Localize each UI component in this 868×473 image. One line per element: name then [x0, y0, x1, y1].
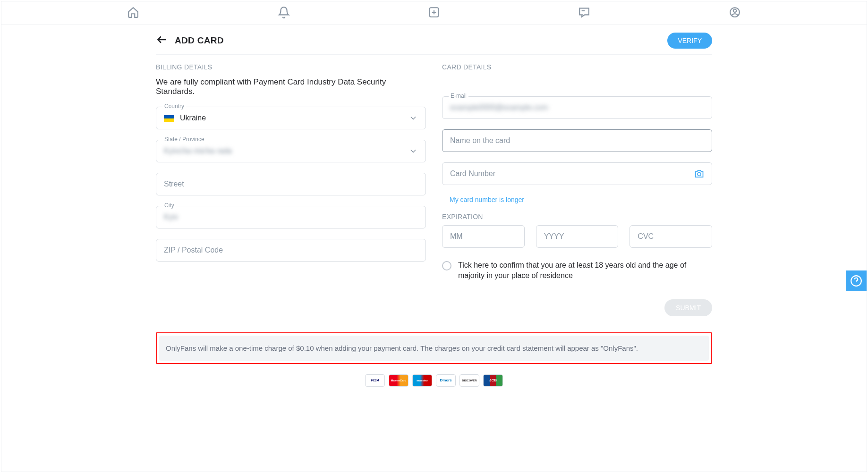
cvc-field[interactable] — [630, 225, 712, 248]
submit-button[interactable]: SUBMIT — [664, 299, 712, 316]
help-button[interactable] — [846, 270, 867, 291]
maestro-logo: maestro — [412, 374, 432, 387]
card-heading: CARD DETAILS — [442, 63, 712, 71]
card-name-field[interactable] — [442, 129, 712, 152]
yyyy-field[interactable] — [536, 225, 619, 248]
flag-ukraine-icon — [164, 115, 174, 122]
notice-highlight: OnlyFans will make a one-time charge of … — [156, 332, 712, 364]
city-field[interactable]: City Kyiv — [156, 206, 426, 228]
plus-icon[interactable] — [428, 6, 440, 20]
home-icon[interactable] — [127, 6, 139, 20]
billing-heading: BILLING DETAILS — [156, 63, 426, 71]
profile-icon[interactable] — [729, 6, 741, 20]
zip-field[interactable] — [156, 239, 426, 262]
country-value: Ukraine — [180, 114, 206, 122]
age-confirm-text: Tick here to confirm that you are at lea… — [458, 260, 712, 281]
mastercard-logo: MasterCard — [389, 374, 408, 387]
chevron-down-icon — [408, 146, 418, 156]
street-input[interactable] — [164, 180, 418, 188]
country-label: Country — [162, 103, 186, 110]
state-value: Kyivs'ka mis'ka rada — [164, 147, 232, 155]
street-field[interactable] — [156, 173, 426, 195]
svg-point-7 — [698, 172, 701, 176]
email-field[interactable]: E-mail example0000@example.com — [442, 96, 712, 119]
compliance-text: We are fully compliant with Payment Card… — [156, 77, 426, 96]
verify-button[interactable]: VERIFY — [667, 33, 712, 49]
state-field[interactable]: State / Province Kyivs'ka mis'ka rada — [156, 140, 426, 162]
cvc-input[interactable] — [638, 232, 704, 241]
age-confirm-checkbox[interactable] — [442, 261, 451, 270]
message-icon[interactable] — [578, 6, 590, 20]
mm-field[interactable] — [442, 225, 525, 248]
page-title: ADD CARD — [175, 35, 224, 46]
mm-input[interactable] — [450, 232, 517, 241]
card-number-input[interactable] — [450, 169, 694, 178]
chevron-down-icon — [408, 113, 418, 123]
email-label: E-mail — [449, 93, 468, 99]
top-navigation — [1, 1, 867, 25]
expiration-label: EXPIRATION — [442, 213, 712, 220]
longer-card-link[interactable]: My card number is longer — [442, 196, 524, 203]
country-field[interactable]: Country Ukraine — [156, 107, 426, 129]
state-label: State / Province — [162, 136, 206, 143]
zip-input[interactable] — [164, 246, 418, 254]
city-value: Kyiv — [164, 213, 178, 221]
camera-icon[interactable] — [694, 169, 704, 179]
back-arrow-icon[interactable] — [156, 34, 168, 48]
bell-icon[interactable] — [278, 6, 290, 20]
discover-logo: DISCOVER — [460, 374, 479, 387]
svg-point-5 — [733, 9, 737, 12]
card-brand-logos: VISA MasterCard maestro Diners DISCOVER … — [156, 374, 712, 389]
visa-logo: VISA — [365, 374, 385, 387]
city-label: City — [162, 202, 176, 209]
page-header: ADD CARD VERIFY — [156, 25, 712, 55]
email-value: example0000@example.com — [450, 103, 548, 112]
card-number-field[interactable] — [442, 162, 712, 185]
card-column: CARD DETAILS E-mail example0000@example.… — [442, 63, 712, 316]
yyyy-input[interactable] — [544, 232, 611, 241]
diners-logo: Diners — [436, 374, 456, 387]
billing-column: BILLING DETAILS We are fully compliant w… — [156, 63, 426, 316]
notice-text: OnlyFans will make a one-time charge of … — [159, 336, 709, 361]
card-name-input[interactable] — [450, 136, 704, 145]
help-icon — [850, 275, 862, 287]
jcb-logo: JCB — [483, 374, 503, 387]
